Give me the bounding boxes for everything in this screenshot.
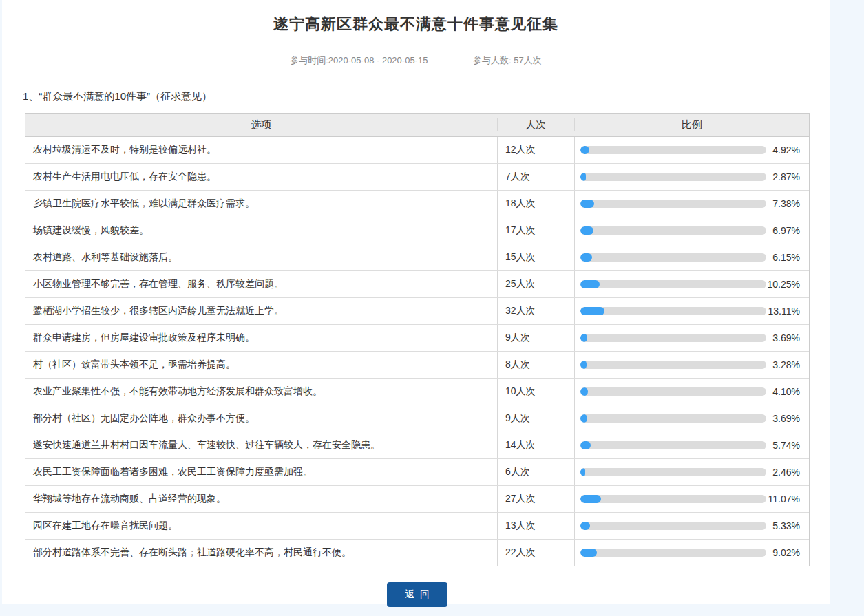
participation-time: 参与时间:2020-05-08 - 2020-05-15 xyxy=(290,54,428,67)
table-row: 群众申请建房，但房屋建设审批政策及程序未明确。 9人次 3.69% xyxy=(25,325,809,352)
ratio-percent: 5.33% xyxy=(772,520,800,531)
option-cell: 村（社区）致富带头本领不足，亟需培养提高。 xyxy=(25,352,498,378)
ratio-percent: 6.15% xyxy=(772,252,800,263)
ratio-percent: 11.07% xyxy=(768,493,800,505)
ratio-bar-fill xyxy=(580,200,594,208)
option-cell: 鹭栖湖小学招生较少，很多辖区内适龄儿童无法就近上学。 xyxy=(25,298,498,324)
option-cell: 小区物业管理不够完善，存在管理、服务、秩序较差问题。 xyxy=(25,271,498,297)
ratio-bar-track xyxy=(580,522,766,530)
table-row: 部分村（社区）无固定办公阵地，群众办事不方便。 9人次 3.69% xyxy=(25,405,809,432)
option-cell: 农村道路、水利等基础设施落后。 xyxy=(25,244,498,270)
count-cell: 8人次 xyxy=(498,352,575,378)
option-cell: 遂安快速通道兰井村村口因车流量大、车速较快、过往车辆较大，存在安全隐患。 xyxy=(25,432,498,458)
ratio-bar-track xyxy=(580,414,766,423)
page-title: 遂宁高新区群众最不满意十件事意见征集 xyxy=(2,0,830,34)
count-cell: 9人次 xyxy=(498,405,575,432)
ratio-percent: 2.87% xyxy=(772,171,800,182)
count-cell: 25人次 xyxy=(498,271,575,297)
count-cell: 15人次 xyxy=(498,244,575,270)
ratio-percent: 4.92% xyxy=(772,145,800,156)
ratio-percent: 5.74% xyxy=(772,440,800,451)
count-cell: 18人次 xyxy=(498,191,575,217)
ratio-percent: 3.69% xyxy=(772,413,800,424)
ratio-cell: 4.10% xyxy=(575,379,809,405)
table-row: 部分村道路体系不完善、存在断头路；社道路硬化率不高，村民通行不便。 22人次 9… xyxy=(25,540,809,566)
ratio-cell: 5.74% xyxy=(575,432,809,458)
ratio-bar-fill xyxy=(580,173,586,181)
ratio-bar-fill xyxy=(580,253,592,262)
ratio-bar-fill xyxy=(580,549,597,557)
ratio-bar-fill xyxy=(580,441,591,449)
option-cell: 农村垃圾清运不及时，特别是较偏远村社。 xyxy=(25,137,498,163)
table-header-row: 选项 人次 比例 xyxy=(25,114,809,137)
option-cell: 部分村道路体系不完善、存在断头路；社道路硬化率不高，村民通行不便。 xyxy=(25,540,498,566)
count-cell: 17人次 xyxy=(498,217,575,244)
ratio-percent: 7.38% xyxy=(772,198,800,209)
count-cell: 27人次 xyxy=(498,486,575,512)
ratio-bar-track xyxy=(580,226,766,235)
ratio-bar-track xyxy=(580,495,766,503)
ratio-bar-track xyxy=(580,253,766,262)
count-cell: 32人次 xyxy=(498,298,575,324)
ratio-bar-track xyxy=(580,549,766,557)
option-cell: 场镇建设缓慢，风貌较差。 xyxy=(25,217,498,244)
count-cell: 9人次 xyxy=(498,325,575,351)
count-cell: 22人次 xyxy=(498,540,575,566)
option-cell: 部分村（社区）无固定办公阵地，群众办事不方便。 xyxy=(25,405,498,432)
table-row: 园区在建工地存在噪音扰民问题。 13人次 5.33% xyxy=(25,513,809,540)
participation-info: 参与时间:2020-05-08 - 2020-05-15 参与人数: 57人次 xyxy=(2,54,830,67)
option-cell: 园区在建工地存在噪音扰民问题。 xyxy=(25,513,498,539)
question-heading: 1、“群众最不满意的10件事”（征求意见） xyxy=(23,90,830,103)
table-row: 农业产业聚集性不强，不能有效带动地方经济发展和群众致富增收。 10人次 4.10… xyxy=(25,379,809,405)
ratio-cell: 5.33% xyxy=(575,513,809,539)
ratio-bar-track xyxy=(580,441,766,449)
option-cell: 农业产业聚集性不强，不能有效带动地方经济发展和群众致富增收。 xyxy=(25,379,498,405)
ratio-bar-fill xyxy=(580,414,587,423)
table-row: 村（社区）致富带头本领不足，亟需培养提高。 8人次 3.28% xyxy=(25,352,809,379)
ratio-bar-fill xyxy=(580,334,587,342)
option-cell: 群众申请建房，但房屋建设审批政策及程序未明确。 xyxy=(25,325,498,351)
ratio-bar-track xyxy=(580,334,766,342)
ratio-bar-track xyxy=(580,146,766,154)
ratio-cell: 10.25% xyxy=(575,271,809,297)
option-cell: 农民工工资保障面临着诸多困难，农民工工资保障力度亟需加强。 xyxy=(25,459,498,485)
table-row: 鹭栖湖小学招生较少，很多辖区内适龄儿童无法就近上学。 32人次 13.11% xyxy=(25,298,809,325)
ratio-bar-fill xyxy=(580,307,604,315)
count-cell: 10人次 xyxy=(498,379,575,405)
table-row: 小区物业管理不够完善，存在管理、服务、秩序较差问题。 25人次 10.25% xyxy=(25,271,809,298)
ratio-cell: 6.15% xyxy=(575,244,809,270)
ratio-bar-track xyxy=(580,307,766,315)
ratio-bar-fill xyxy=(580,468,585,476)
ratio-bar-fill xyxy=(580,146,589,154)
ratio-bar-track xyxy=(580,468,766,476)
ratio-cell: 13.11% xyxy=(575,298,809,324)
ratio-cell: 11.07% xyxy=(575,486,809,512)
option-cell: 乡镇卫生院医疗水平较低，难以满足群众医疗需求。 xyxy=(25,191,498,217)
ratio-bar-fill xyxy=(580,387,588,396)
ratio-bar-fill xyxy=(580,280,600,288)
count-cell: 13人次 xyxy=(498,513,575,539)
ratio-percent: 6.97% xyxy=(772,225,800,236)
back-button[interactable]: 返回 xyxy=(387,582,447,607)
footer: 返回 xyxy=(25,582,810,607)
option-cell: 华翔城等地存在流动商贩、占道经营的现象。 xyxy=(25,486,498,512)
table-row: 遂安快速通道兰井村村口因车流量大、车速较快、过往车辆较大，存在安全隐患。 14人… xyxy=(25,432,809,459)
ratio-percent: 3.69% xyxy=(772,332,800,343)
table-row: 农村道路、水利等基础设施落后。 15人次 6.15% xyxy=(25,244,809,271)
ratio-cell: 3.69% xyxy=(575,405,809,432)
ratio-cell: 2.46% xyxy=(575,459,809,485)
ratio-bar-track xyxy=(580,173,766,181)
ratio-cell: 7.38% xyxy=(575,191,809,217)
header-option: 选项 xyxy=(25,118,498,131)
ratio-bar-track xyxy=(580,280,766,288)
ratio-bar-fill xyxy=(580,361,587,369)
ratio-cell: 6.97% xyxy=(575,217,809,244)
ratio-bar-track xyxy=(580,361,766,369)
table-row: 农村生产生活用电电压低，存在安全隐患。 7人次 2.87% xyxy=(25,164,809,191)
participation-count: 参与人数: 57人次 xyxy=(473,54,542,67)
ratio-bar-track xyxy=(580,387,766,396)
ratio-percent: 10.25% xyxy=(768,279,800,290)
header-count: 人次 xyxy=(498,118,575,131)
content-card: 遂宁高新区群众最不满意十件事意见征集 参与时间:2020-05-08 - 202… xyxy=(2,0,830,604)
table-body: 农村垃圾清运不及时，特别是较偏远村社。 12人次 4.92% 农村生产生活用电电… xyxy=(25,137,809,566)
